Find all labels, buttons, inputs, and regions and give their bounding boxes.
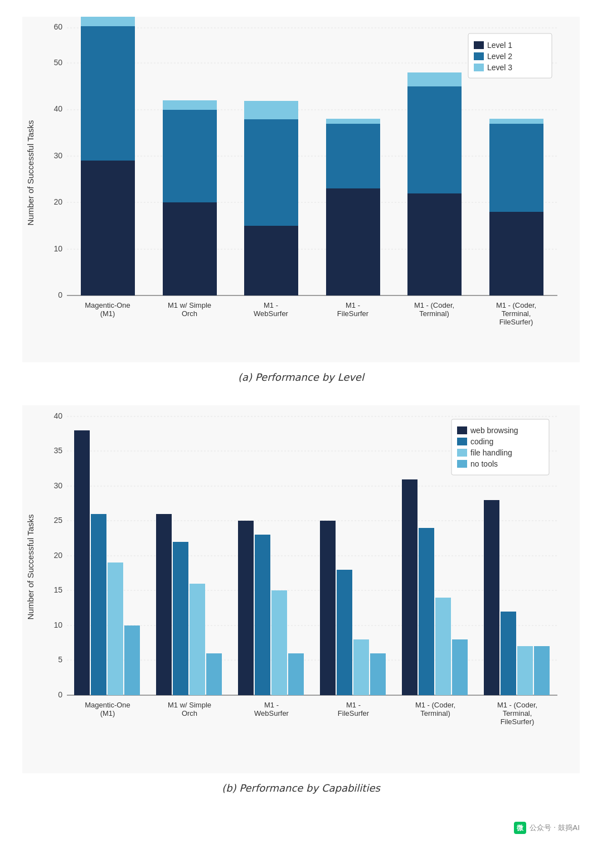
svg-text:40: 40: [54, 411, 62, 420]
label-g1: Magentic-One: [85, 301, 130, 309]
chart1-group-3: M1 - WebSurfer: [244, 101, 298, 318]
svg-text:Terminal): Terminal): [420, 709, 450, 717]
chart1-svg: 0 10 20 30 40 50 60 Number of Successful…: [22, 17, 580, 362]
svg-rect-17: [474, 64, 484, 71]
svg-text:WebSurfer: WebSurfer: [254, 309, 289, 318]
label-g2: M1 w/ Simple: [168, 301, 211, 309]
svg-text:15: 15: [54, 585, 62, 594]
svg-text:WebSurfer: WebSurfer: [254, 709, 289, 717]
svg-text:20: 20: [54, 551, 62, 560]
chart1-title: (a) Performance by Level: [22, 371, 580, 383]
legend-wb: web browsing: [470, 426, 518, 435]
bar-g4-fh: [353, 639, 369, 695]
bar-g4-wb: [320, 521, 336, 695]
svg-rect-53: [457, 460, 467, 468]
label-g6: M1 - (Coder,: [496, 301, 536, 309]
svg-text:M1 - (Coder,: M1 - (Coder,: [497, 701, 537, 709]
chart1-legend: Level 1 Level 2 Level 3: [468, 33, 552, 78]
bar-g5-l3: [407, 72, 462, 86]
bar-g3-l3: [244, 101, 298, 119]
svg-rect-50: [457, 426, 467, 434]
bar-g2-nt: [206, 653, 222, 695]
svg-text:25: 25: [54, 516, 62, 525]
svg-text:FileSurfer): FileSurfer): [501, 717, 535, 726]
bar-g5-nt: [452, 639, 468, 695]
bar-g5-l1: [407, 193, 462, 295]
bar-g4-l3: [326, 119, 380, 124]
chart2-legend: web browsing coding file handling no too…: [452, 419, 549, 475]
bar-g1-fh: [108, 562, 123, 695]
chart1-group-1: Magentic-One (M1): [81, 17, 135, 318]
bar-g5-l2: [407, 86, 462, 193]
chart1-group-5: M1 - (Coder, Terminal): [407, 72, 462, 318]
label-g3: M1 -: [264, 301, 278, 309]
svg-rect-52: [457, 449, 467, 457]
svg-text:Orch: Orch: [182, 709, 197, 717]
svg-rect-15: [474, 41, 484, 49]
bar-g6-l3: [489, 119, 543, 124]
watermark-container: 微 公众号 · 鼓捣AI: [22, 822, 580, 834]
svg-text:35: 35: [54, 446, 62, 455]
svg-text:Orch: Orch: [182, 309, 197, 318]
chart2-y-label: Number of Successful Tasks: [26, 515, 35, 620]
svg-text:M1 - (Coder,: M1 - (Coder,: [415, 701, 455, 709]
legend-coding: coding: [470, 437, 493, 446]
svg-text:0: 0: [58, 690, 62, 699]
legend-l2: Level 2: [487, 52, 512, 61]
chart1-y-label: Number of Successful Tasks: [26, 120, 35, 226]
svg-text:30: 30: [54, 481, 62, 490]
bar-g3-wb: [238, 521, 254, 695]
bar-g6-wb: [484, 500, 499, 695]
y-tick-50: 50: [54, 58, 62, 67]
bar-g2-l2: [163, 110, 217, 202]
legend-fh: file handling: [470, 448, 512, 457]
bar-g4-nt: [370, 653, 386, 695]
bar-g2-fh: [190, 584, 205, 695]
svg-rect-51: [457, 438, 467, 445]
bar-g6-coding: [501, 612, 516, 695]
svg-text:Magentic-One: Magentic-One: [85, 701, 130, 709]
bar-g2-l1: [163, 202, 217, 295]
wechat-icon: 微: [514, 822, 526, 834]
svg-rect-16: [474, 52, 484, 60]
chart2-title: (b) Performance by Capabilities: [22, 782, 580, 794]
chart1-group-6: M1 - (Coder, Terminal, FileSurfer): [489, 119, 543, 326]
y-tick-30: 30: [54, 151, 62, 160]
y-tick-10: 10: [54, 244, 62, 253]
bar-g1-l1: [81, 161, 135, 295]
label-g5: M1 - (Coder,: [414, 301, 454, 309]
label-g4: M1 -: [346, 301, 360, 309]
legend-l1: Level 1: [487, 41, 512, 50]
svg-text:Terminal,: Terminal,: [502, 309, 531, 318]
bar-g1-wb: [74, 430, 90, 695]
bar-g1-l2: [81, 26, 135, 161]
legend-nt: no tools: [470, 459, 498, 468]
bar-g1-l3: [81, 17, 135, 26]
svg-text:(M1): (M1): [100, 709, 115, 717]
svg-text:M1 -: M1 -: [264, 701, 279, 709]
bar-g5-fh: [435, 598, 451, 695]
svg-text:10: 10: [54, 620, 62, 629]
svg-text:5: 5: [58, 655, 62, 664]
y-tick-20: 20: [54, 197, 62, 206]
chart2-svg: 0 5 10 15 20 25 30 35 40 Number of Succe…: [22, 405, 580, 773]
svg-text:FileSurfer: FileSurfer: [337, 309, 369, 318]
bar-g2-l3: [163, 100, 217, 110]
bar-g2-coding: [173, 542, 188, 695]
bar-g6-l1: [489, 212, 543, 295]
bar-g3-coding: [255, 535, 270, 695]
svg-text:M1 -: M1 -: [346, 701, 361, 709]
bar-g1-coding: [91, 514, 106, 695]
chart2-container: 0 5 10 15 20 25 30 35 40 Number of Succe…: [22, 405, 580, 794]
bar-g1-nt: [124, 625, 140, 695]
y-tick-60: 60: [54, 22, 62, 31]
bar-g3-nt: [288, 653, 304, 695]
bar-g3-l1: [244, 226, 298, 295]
bar-g6-nt: [534, 646, 550, 695]
bar-g4-l2: [326, 124, 380, 188]
bar-g6-fh: [517, 646, 533, 695]
bar-g5-wb: [402, 479, 417, 695]
svg-text:FileSurfer: FileSurfer: [338, 709, 370, 717]
y-tick-40: 40: [54, 104, 62, 113]
svg-text:M1 w/ Simple: M1 w/ Simple: [168, 701, 211, 709]
